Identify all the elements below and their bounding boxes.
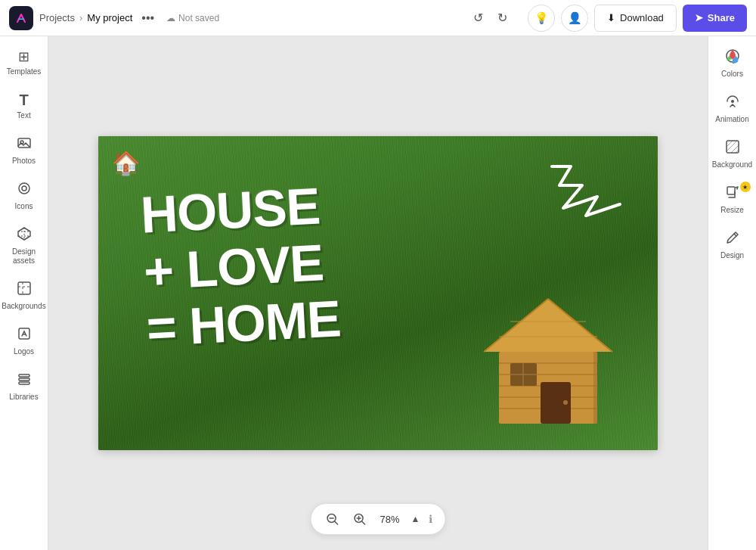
backgrounds-icon: [17, 281, 32, 300]
canvas-wrapper[interactable]: 🏠 HOUSE + LOVE = HOME: [98, 136, 658, 450]
design-icon: [725, 230, 740, 249]
svg-rect-8: [19, 378, 29, 381]
right-sidebar-item-animation[interactable]: Animation: [711, 88, 754, 130]
icons-icon: [17, 181, 32, 200]
zoom-value: 78%: [378, 514, 402, 525]
breadcrumb: Projects › My project: [39, 12, 132, 23]
right-sidebar-item-label: Animation: [715, 115, 748, 124]
text-line2: + LOVE: [142, 233, 339, 300]
share-icon: ➤: [695, 12, 703, 23]
right-sidebar-item-design[interactable]: Design: [711, 224, 754, 266]
libraries-icon: [17, 371, 32, 390]
more-options-button[interactable]: •••: [138, 8, 157, 28]
sidebar-item-text[interactable]: T Text: [3, 85, 45, 126]
svg-rect-7: [19, 374, 29, 377]
resize-badge: ★: [740, 182, 751, 192]
zoom-out-button[interactable]: [324, 510, 342, 528]
canvas-area: 🏠 HOUSE + LOVE = HOME: [48, 36, 708, 550]
svg-point-4: [22, 186, 26, 191]
projects-link[interactable]: Projects: [39, 12, 75, 23]
account-button[interactable]: 👤: [561, 5, 588, 32]
sidebar-item-label: Templates: [7, 67, 42, 76]
canvas[interactable]: 🏠 HOUSE + LOVE = HOME: [98, 136, 658, 450]
svg-point-30: [731, 100, 734, 103]
inspiration-button[interactable]: 💡: [528, 5, 555, 32]
zoom-toolbar: 78% ▲ ℹ: [311, 503, 446, 535]
text-icon: T: [19, 92, 28, 109]
right-sidebar-item-label: Resize: [720, 206, 744, 215]
breadcrumb-chevron: ›: [79, 12, 82, 23]
sidebar-item-label: Logos: [14, 347, 34, 356]
undo-button[interactable]: ↺: [467, 8, 488, 29]
zoom-info-button[interactable]: ℹ: [429, 513, 432, 525]
main-layout: ⊞ Templates T Text Photos: [0, 36, 756, 550]
background-icon: [725, 139, 740, 158]
app-logo[interactable]: [9, 6, 33, 30]
right-sidebar-item-label: Background: [712, 160, 752, 169]
sidebar-item-label: Backgrounds: [2, 302, 45, 311]
svg-rect-32: [727, 187, 735, 194]
svg-rect-6: [19, 328, 29, 339]
zoom-in-button[interactable]: [351, 510, 369, 528]
templates-icon: ⊞: [18, 48, 29, 65]
photos-icon: [17, 135, 32, 154]
current-project-name[interactable]: My project: [87, 12, 132, 23]
download-button[interactable]: ⬇ Download: [594, 5, 677, 32]
cloud-icon: ☁: [166, 13, 175, 23]
sidebar-item-design-assets[interactable]: Design assets: [3, 220, 45, 272]
sidebar-item-libraries[interactable]: Libraries: [3, 365, 45, 408]
svg-rect-26: [593, 352, 597, 424]
download-icon: ⬇: [607, 12, 615, 23]
sidebar-item-label: Design assets: [6, 247, 42, 266]
sidebar-item-photos[interactable]: Photos: [3, 129, 45, 172]
sidebar-item-logos[interactable]: Logos: [3, 320, 45, 362]
house-small-icon: 🏠: [112, 150, 140, 176]
svg-marker-16: [484, 299, 612, 352]
svg-rect-0: [14, 11, 29, 26]
resize-icon: [725, 185, 740, 204]
svg-point-25: [563, 400, 568, 405]
sidebar-item-label: Photos: [12, 157, 36, 166]
sidebar-item-label: Icons: [15, 202, 33, 211]
zigzag-decoration: [537, 159, 627, 219]
account-icon: 👤: [568, 11, 582, 25]
redo-button[interactable]: ↻: [491, 8, 513, 29]
sidebar-item-icons[interactable]: Icons: [3, 175, 45, 217]
text-line3: = HOME: [145, 290, 342, 356]
lightbulb-icon: 💡: [534, 11, 549, 25]
save-status: ☁ Not saved: [166, 13, 219, 23]
right-sidebar-item-colors[interactable]: Colors: [711, 42, 754, 85]
topbar-right: 💡 👤 ⬇ Download ➤ Share: [528, 5, 747, 32]
svg-point-3: [19, 183, 29, 194]
right-sidebar-item-resize[interactable]: ★ Resize: [711, 179, 754, 221]
share-label: Share: [708, 12, 735, 23]
wooden-house-image: [469, 276, 620, 427]
canvas-text: HOUSE + LOVE = HOME: [139, 176, 342, 356]
sidebar-item-label: Libraries: [9, 393, 38, 402]
zoom-chevron-up[interactable]: ▲: [411, 514, 420, 524]
sidebar-item-label: Text: [17, 111, 30, 120]
share-button[interactable]: ➤ Share: [683, 5, 747, 32]
download-label: Download: [620, 12, 664, 23]
svg-rect-5: [18, 282, 30, 294]
logos-icon: [17, 326, 32, 345]
right-sidebar-item-label: Colors: [721, 70, 743, 79]
right-sidebar: Colors Animation Background: [708, 36, 756, 550]
sidebar-item-backgrounds[interactable]: Backgrounds: [3, 275, 45, 317]
colors-icon: [725, 48, 740, 67]
right-sidebar-item-background[interactable]: Background: [711, 133, 754, 176]
sidebar-item-templates[interactable]: ⊞ Templates: [3, 42, 45, 82]
design-assets-icon: [17, 226, 32, 245]
save-status-text: Not saved: [178, 13, 219, 23]
right-sidebar-item-label: Design: [720, 251, 744, 260]
svg-rect-9: [19, 382, 29, 384]
topbar: Projects › My project ••• ☁ Not saved ↺ …: [0, 0, 756, 36]
undo-redo-group: ↺ ↻: [467, 8, 513, 29]
animation-icon: [725, 94, 740, 113]
left-sidebar: ⊞ Templates T Text Photos: [0, 36, 48, 550]
